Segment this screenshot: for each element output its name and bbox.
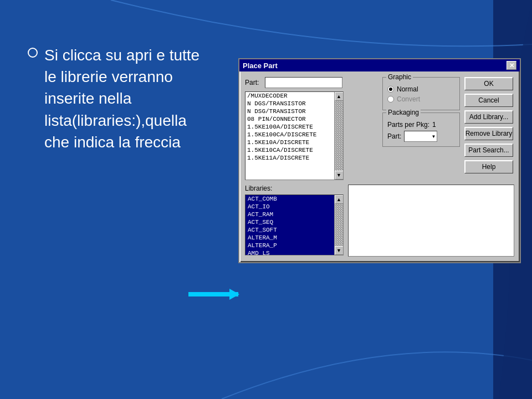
packaging-groupbox: Packaging Parts per Pkg: 1 Part: ▼ — [382, 112, 460, 147]
list-item[interactable]: ACT_RAM — [245, 211, 334, 218]
list-item[interactable]: 1.5KE10CA/DISCRETE — [245, 146, 334, 154]
graphic-group: Graphic Normal Convert — [382, 77, 460, 110]
part-pkg-dropdown[interactable]: ▼ — [404, 131, 437, 142]
part-pkg-row: Part: ▼ — [387, 131, 455, 142]
list-item[interactable]: 1.5KE10A/DISCRETE — [245, 139, 334, 146]
bullet-circle — [28, 48, 38, 58]
arrow-indicator — [188, 292, 238, 296]
dialog-close-button[interactable]: ✕ — [507, 61, 516, 70]
radio-convert-btn[interactable] — [387, 96, 394, 103]
parts-per-pkg-label: Parts per Pkg: — [387, 121, 429, 129]
lib-scroll-down-btn[interactable]: ▼ — [335, 246, 344, 255]
list-item[interactable]: 1.5KE11A/DISCRETE — [245, 154, 334, 162]
slide-text-area: Si clicca su apri e tutte le librerie ve… — [28, 44, 211, 153]
ok-button[interactable]: OK — [464, 77, 513, 90]
list-item[interactable]: ALTERA_P — [245, 242, 334, 249]
part-row: Part: — [245, 77, 378, 88]
graphic-groupbox: Graphic Normal Convert — [382, 77, 460, 110]
bullet-item: Si clicca su apri e tutte le librerie ve… — [28, 44, 211, 153]
libraries-label: Libraries: — [245, 185, 344, 192]
list-item[interactable]: ALTERA_M — [245, 234, 334, 242]
chevron-down-icon: ▼ — [431, 134, 436, 139]
scroll-down-btn[interactable]: ▼ — [335, 171, 344, 180]
part-search-button[interactable]: Part Search... — [464, 144, 513, 157]
part-input[interactable] — [265, 77, 342, 88]
list-item[interactable]: /MUXDECODER — [245, 92, 334, 100]
libraries-list[interactable]: ACT_COMB ACT_IO ACT_RAM ACT_SEQ ACT_SOFT… — [245, 195, 344, 255]
buttons-column: OK Cancel Add Library... Remove Library … — [464, 77, 514, 173]
libraries-scrollbar[interactable]: ▲ ▼ — [334, 195, 343, 255]
parts-per-pkg-row: Parts per Pkg: 1 — [387, 121, 455, 129]
dialog-titlebar: Place Part ✕ — [239, 59, 520, 71]
pkg-content: Parts per Pkg: 1 Part: ▼ — [387, 121, 455, 142]
radio-convert-item[interactable]: Convert — [387, 95, 455, 103]
part-pkg-label: Part: — [387, 132, 401, 140]
help-button[interactable]: Help — [464, 160, 513, 173]
list-item[interactable]: N DSG/TRANSISTOR — [245, 108, 334, 115]
packaging-group-label: Packaging — [386, 109, 421, 116]
list-item[interactable]: 1.5KE100A/DISCRETE — [245, 123, 334, 131]
list-item[interactable]: N DGS/TRANSISTOR — [245, 100, 334, 108]
libraries-list-items[interactable]: ACT_COMB ACT_IO ACT_RAM ACT_SEQ ACT_SOFT… — [245, 195, 334, 255]
parts-scrollbar[interactable]: ▲ ▼ — [334, 92, 343, 180]
place-part-dialog: Place Part ✕ Part: /MUXDECODER N DGS/TRA… — [238, 58, 521, 263]
top-section: Part: /MUXDECODER N DGS/TRANSISTOR N DSG… — [245, 77, 514, 180]
slide-text: Si clicca su apri e tutte le librerie ve… — [44, 44, 211, 153]
cancel-button[interactable]: Cancel — [464, 94, 513, 107]
parts-per-pkg-value: 1 — [432, 121, 436, 129]
add-library-button[interactable]: Add Library... — [464, 110, 513, 124]
radio-normal-label: Normal — [397, 85, 418, 93]
radio-normal-btn[interactable] — [387, 86, 394, 93]
parts-list-items[interactable]: /MUXDECODER N DGS/TRANSISTOR N DSG/TRANS… — [245, 92, 334, 180]
part-preview-area — [348, 185, 514, 257]
lib-scroll-up-btn[interactable]: ▲ — [335, 195, 344, 204]
dialog-title: Place Part — [243, 62, 278, 70]
dialog-body: Part: /MUXDECODER N DGS/TRANSISTOR N DSG… — [239, 71, 520, 262]
libraries-column: Libraries: ACT_COMB ACT_IO ACT_RAM ACT_S… — [245, 185, 344, 257]
lib-scroll-track[interactable] — [335, 204, 343, 246]
list-item[interactable]: 1.5KE100CA/DISCRETE — [245, 131, 334, 139]
part-label: Part: — [245, 79, 262, 86]
radio-normal-item[interactable]: Normal — [387, 85, 455, 93]
parts-list[interactable]: /MUXDECODER N DGS/TRANSISTOR N DSG/TRANS… — [245, 91, 344, 180]
list-item[interactable]: ACT_SOFT — [245, 226, 334, 234]
list-item[interactable]: AMD_LS — [245, 249, 334, 255]
list-item[interactable]: 08 PIN/CONNECTOR — [245, 115, 334, 123]
mid-column: Graphic Normal Convert Packa — [382, 77, 460, 147]
remove-library-button[interactable]: Remove Library — [464, 127, 513, 140]
radio-convert-label: Convert — [397, 95, 420, 103]
packaging-group: Packaging Parts per Pkg: 1 Part: ▼ — [382, 112, 460, 147]
list-item[interactable]: ACT_IO — [245, 203, 334, 211]
scroll-up-btn[interactable]: ▲ — [335, 92, 344, 101]
list-item[interactable]: ACT_COMB — [245, 195, 334, 203]
bottom-section: Libraries: ACT_COMB ACT_IO ACT_RAM ACT_S… — [245, 185, 514, 257]
list-item[interactable]: ACT_SEQ — [245, 218, 334, 226]
graphic-group-label: Graphic — [386, 73, 413, 81]
left-column: Part: /MUXDECODER N DGS/TRANSISTOR N DSG… — [245, 77, 378, 180]
scroll-track[interactable] — [335, 101, 343, 171]
